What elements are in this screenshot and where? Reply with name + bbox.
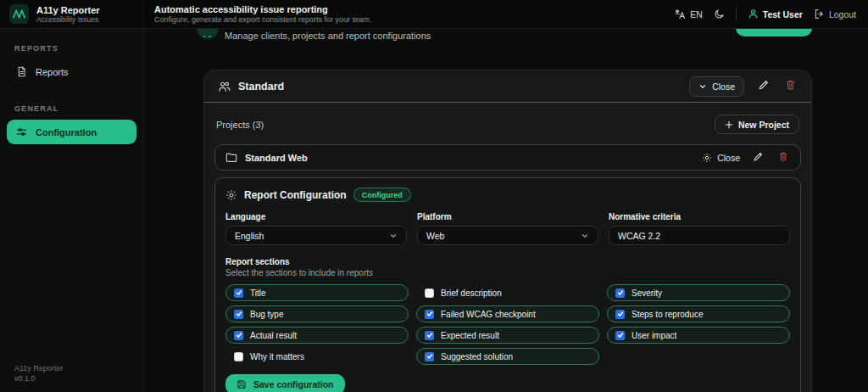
section-pill[interactable]: Severity [607,284,790,301]
section-pill[interactable]: Why it matters [225,348,409,365]
section-pill[interactable]: Steps to reproduce [607,305,790,322]
section-pill[interactable]: Brief description [416,284,599,301]
section-pill[interactable]: Failed WCAG checkpoint [416,305,599,322]
new-project-button[interactable]: New Project [715,115,799,134]
section-pill[interactable]: Title [225,284,409,301]
checkbox-checked-icon[interactable] [234,331,243,340]
platform-field-label: Platform [417,212,598,221]
report-sections-label: Report sections [225,257,790,266]
checkbox-checked-icon[interactable] [615,288,625,298]
app-subtitle: Accessibility Issues [36,15,100,24]
app-brand: A11y Reporter Accessibility Issues [0,0,144,28]
logout-icon [814,8,825,20]
client-close-label: Close [712,81,735,92]
sidebar-footer: A11y Reporter v0.1.0 [14,363,63,384]
section-pill-label: Suggested solution [441,352,513,361]
checkbox-checked-icon[interactable] [234,310,243,319]
section-pill-label: Failed WCAG checkpoint [441,310,536,319]
user-menu[interactable]: Test User [748,8,803,20]
sidebar-item-configuration[interactable]: Configuration [7,120,136,144]
pencil-icon [758,79,770,91]
sidebar-item-reports[interactable]: Reports [7,59,136,84]
language-select-value: English [235,231,264,241]
trash-icon [785,79,796,91]
section-pill[interactable]: Bug type [225,305,409,322]
topbar-divider [736,8,737,21]
sliders-icon [16,126,27,137]
user-name: Test User [763,9,803,20]
client-card-standard: Standard Close [203,70,812,392]
footer-version: v0.1.0 [14,373,63,384]
checkbox-checked-icon[interactable] [234,288,243,298]
logout-button[interactable]: Logout [814,8,856,20]
client-close-button[interactable]: Close [689,76,744,97]
project-title: Standard Web [245,153,308,163]
report-sections-grid: TitleBrief descriptionSeverityBug typeFa… [225,284,790,365]
section-pill-label: Bug type [250,310,283,319]
language-select[interactable]: English [225,226,407,245]
platform-select[interactable]: Web [417,226,598,245]
gear-icon [225,189,237,201]
checkbox-checked-icon[interactable] [425,331,434,340]
chevron-down-icon [581,232,589,240]
checkbox-checked-icon[interactable] [425,352,434,361]
topbar: A11y Reporter Accessibility Issues Autom… [0,0,868,29]
logout-label: Logout [829,9,856,20]
moon-icon [714,8,725,20]
project-close-button[interactable]: Close [702,153,740,163]
section-pill[interactable]: Suggested solution [416,348,599,365]
checkbox-checked-icon[interactable] [615,310,625,319]
section-pill-label: Severity [632,288,662,298]
users-icon [218,81,231,92]
client-title: Standard [238,81,284,92]
app-logo-icon [9,4,29,24]
sidebar: REPORTS Reports GENERAL Configuration A1… [0,29,144,392]
app-title: A11y Reporter [36,5,100,15]
trash-icon [778,151,788,162]
save-icon [236,379,247,389]
report-sections-hint: Select the sections to include in report… [225,268,790,277]
configured-badge: Configured [353,188,411,202]
checkbox-unchecked-icon[interactable] [425,288,434,298]
platform-select-value: Web [426,231,444,241]
section-pill[interactable]: Actual result [225,327,409,344]
plus-icon [725,120,733,129]
client-card-header: Standard Close [204,70,811,103]
section-pill-label: Steps to reproduce [632,310,704,319]
project-delete-button[interactable] [776,149,790,166]
theme-toggle[interactable] [714,8,725,20]
new-project-label: New Project [738,120,789,130]
normative-field-label: Normative criteria [609,212,790,221]
sidebar-item-label: Reports [36,67,69,77]
report-configuration-card: Report Configuration Configured Language… [214,177,801,392]
checkbox-checked-icon[interactable] [615,331,625,340]
section-pill[interactable]: Expected result [416,327,599,344]
sidebar-section-reports: REPORTS [0,44,143,53]
user-icon [748,8,759,20]
file-icon [16,66,27,77]
section-pill-label: User impact [632,331,676,340]
checkbox-unchecked-icon[interactable] [234,352,243,361]
client-edit-button[interactable] [756,77,771,95]
normative-criteria-input[interactable]: WCAG 2.2 [609,226,790,245]
project-card-standard-web: Standard Web Close [214,144,801,171]
sidebar-item-label: Configuration [36,127,97,137]
project-edit-button[interactable] [751,149,765,166]
section-pill-label: Expected result [441,331,499,340]
language-label: EN [690,9,703,20]
project-close-label: Close [717,153,740,163]
language-switcher[interactable]: EN [675,8,703,20]
section-pill[interactable]: User impact [607,327,790,344]
sidebar-section-general: GENERAL [0,104,143,113]
page-subheading: Configure, generate and export consisten… [154,15,371,25]
chevron-down-icon [698,82,707,91]
main-content: • • Manage clients, projects and report … [144,29,868,392]
section-pill-label: Title [250,288,266,298]
client-delete-button[interactable] [783,77,798,95]
normative-criteria-value: WCAG 2.2 [618,231,660,241]
section-pill-label: Actual result [250,331,297,340]
chevron-down-icon [389,232,398,240]
save-configuration-button[interactable]: Save configuration [225,374,345,392]
checkbox-checked-icon[interactable] [425,310,434,319]
section-pill-label: Why it matters [250,352,304,361]
